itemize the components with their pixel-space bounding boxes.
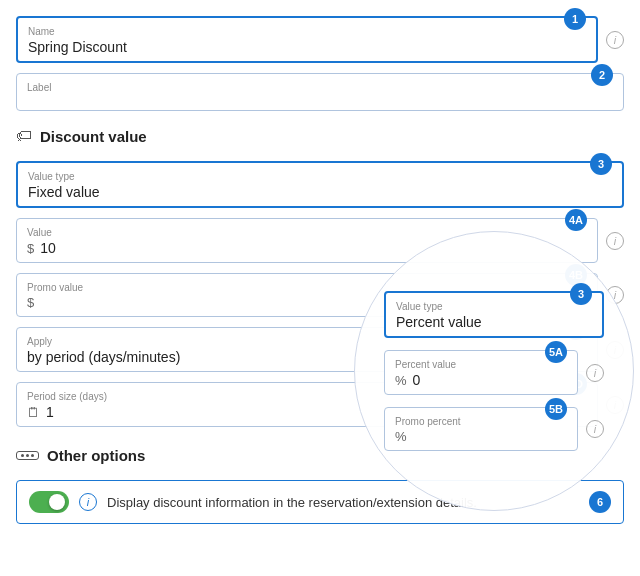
promo-percent-info-icon[interactable]: i (586, 420, 604, 438)
period-size-value: 1 (46, 404, 54, 420)
discount-section-header: 🏷 Discount value (16, 121, 624, 151)
value-info-icon[interactable]: i (606, 232, 624, 250)
discount-form: Name Spring Discount 1 i Label 2 🏷 Disco… (16, 16, 624, 524)
name-field[interactable]: Name Spring Discount 1 (16, 16, 598, 63)
percent-value-field[interactable]: Percent value % 0 5A (384, 350, 578, 395)
promo-percent-label: Promo percent (395, 416, 567, 427)
name-value: Spring Discount (28, 39, 586, 55)
other-options-title: Other options (47, 447, 145, 464)
promo-percent-row: Promo percent % 5B i (384, 407, 604, 451)
promo-value-prefix: $ (27, 295, 34, 310)
percent-value-with-prefix: % 0 (395, 372, 567, 388)
percent-value-prefix: % (395, 373, 407, 388)
promo-percent-field[interactable]: Promo percent % 5B (384, 407, 578, 451)
percent-value-label: Percent value (395, 359, 567, 370)
toggle-info-icon[interactable]: i (79, 493, 97, 511)
value-prefix: $ (27, 241, 34, 256)
percent-value-info-icon[interactable]: i (586, 364, 604, 382)
circle-value-type-label: Value type (396, 301, 592, 312)
name-row: Name Spring Discount 1 i (16, 16, 624, 63)
promo-percent-badge: 5B (545, 398, 567, 420)
promo-percent-prefix: % (395, 429, 407, 444)
circle-value-type-row: Value type Percent value 3 (384, 291, 604, 338)
toggle-switch[interactable] (29, 491, 69, 513)
circle-value-type-value: Percent value (396, 314, 592, 330)
percent-value-row: Percent value % 0 5A i (384, 350, 604, 395)
discount-section-title: Discount value (40, 128, 147, 145)
value-value: 10 (40, 240, 56, 256)
toggle-badge: 6 (589, 491, 611, 513)
label-badge: 2 (591, 64, 613, 86)
name-info-icon[interactable]: i (606, 31, 624, 49)
label-label: Label (27, 82, 613, 93)
main-layout: Value type Fixed value 3 Value $ 10 4A i (16, 161, 624, 427)
promo-percent-with-prefix: % (395, 429, 567, 444)
value-type-value: Fixed value (28, 184, 612, 200)
label-field[interactable]: Label 2 (16, 73, 624, 111)
circle-value-type-field[interactable]: Value type Percent value 3 (384, 291, 604, 338)
value-type-badge: 3 (590, 153, 612, 175)
period-size-icon: 🗒 (27, 405, 40, 420)
toggle-track (29, 491, 69, 513)
percent-value-overlay: Value type Percent value 3 Percent value… (354, 231, 634, 511)
name-label: Name (28, 26, 586, 37)
percent-value-value: 0 (413, 372, 421, 388)
value-type-label: Value type (28, 171, 612, 182)
value-type-field[interactable]: Value type Fixed value 3 (16, 161, 624, 208)
value-badge: 4A (565, 209, 587, 231)
percent-value-badge: 5A (545, 341, 567, 363)
toggle-thumb (49, 494, 65, 510)
name-badge: 1 (564, 8, 586, 30)
tag-icon: 🏷 (16, 127, 32, 145)
dots-icon (16, 451, 39, 460)
circle-value-type-badge: 3 (570, 283, 592, 305)
